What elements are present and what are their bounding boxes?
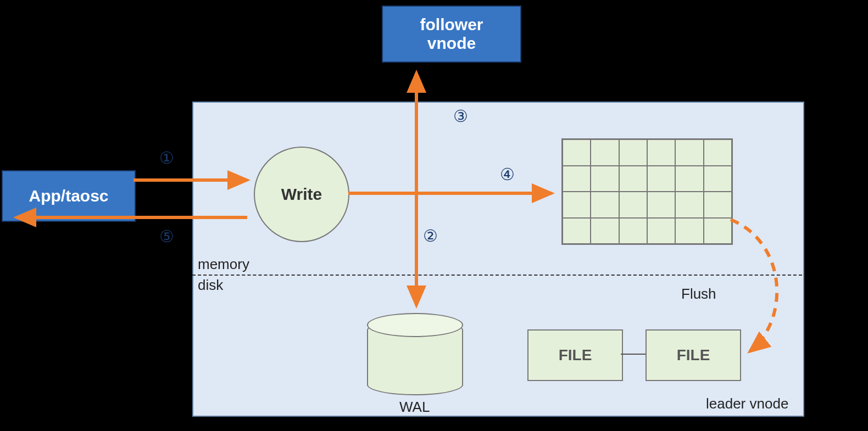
wal-label: WAL [399,399,430,416]
write-label: Write [281,185,322,204]
app-taosc-label: App/taosc [29,187,108,205]
file-label-1: FILE [559,346,592,364]
follower-vnode-node: follower vnode [382,5,521,63]
step-3: ③ [453,107,468,126]
write-node: Write [254,147,349,242]
step-2: ② [423,226,438,245]
flush-label: Flush [681,286,716,303]
app-taosc-node: App/taosc [2,170,136,222]
step-4: ④ [500,165,515,184]
file-label-2: FILE [677,346,710,364]
step-1: ① [159,148,174,167]
memory-disk-separator [192,275,802,276]
memory-label: memory [198,256,249,273]
file-box-2: FILE [646,329,741,381]
follower-label-line2: vnode [420,34,483,53]
memory-buffer-grid [561,138,733,245]
leader-vnode-label: leader vnode [706,395,788,412]
step-5: ⑤ [159,227,174,246]
wal-cylinder [367,313,463,395]
file-connector [621,354,646,355]
follower-label-line1: follower [420,15,483,35]
memory-buffer-grid-cells [563,139,732,244]
file-box-1: FILE [527,329,623,381]
disk-label: disk [198,277,223,294]
